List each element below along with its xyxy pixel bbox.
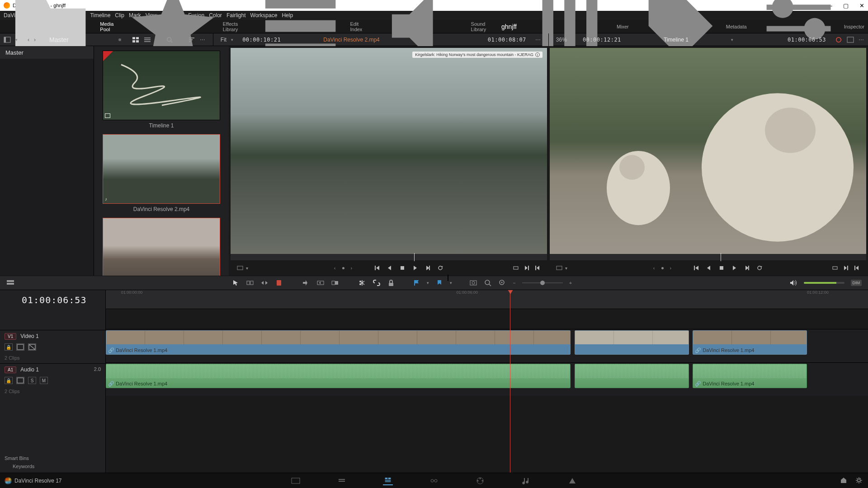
chevron-down-icon[interactable]: ▾ [571, 38, 574, 42]
slider-knob[interactable] [540, 281, 545, 285]
play-icon[interactable] [412, 265, 418, 271]
nav-back-icon[interactable]: ‹ [28, 37, 29, 43]
list-view-icon[interactable] [144, 37, 151, 43]
bin-path[interactable]: Master [49, 36, 69, 43]
deliver-page-icon[interactable] [567, 476, 577, 485]
custom-zoom-icon[interactable] [498, 279, 506, 286]
timeline-ruler[interactable]: 01:00:00:00 01:00:06:00 01:00:12:00 [106, 290, 868, 309]
detail-zoom-icon[interactable] [484, 279, 492, 286]
dynamic-trim-icon[interactable] [260, 279, 269, 286]
smart-bins-label[interactable]: Smart Bins [5, 455, 90, 461]
cut-page-icon[interactable] [337, 476, 347, 485]
chevron-down-icon[interactable]: ▾ [231, 38, 233, 42]
lock-track-icon[interactable]: 🔒 [5, 377, 13, 384]
insert-clip-icon[interactable] [302, 279, 310, 286]
playhead-icon[interactable] [414, 253, 415, 261]
search-icon[interactable] [166, 37, 173, 43]
first-frame-icon[interactable] [693, 265, 699, 271]
dim-button[interactable]: DIM [851, 280, 862, 286]
sort-icon[interactable] [188, 37, 195, 43]
nav-fwd-icon[interactable]: › [34, 37, 36, 43]
chevron-down-icon[interactable]: ▾ [427, 281, 429, 285]
video-track-lane[interactable]: 🔗 DaVinci Resolve 1.mp4 🔗 DaVinci Resolv… [106, 329, 868, 362]
source-viewer[interactable]: Kirgelslark: Hiking Norway's most danger… [231, 48, 547, 254]
chevron-down-icon[interactable]: ▾ [15, 38, 18, 42]
link-icon[interactable] [373, 279, 381, 286]
thumbnail-view-icon[interactable] [132, 37, 139, 43]
mute-icon[interactable]: M [40, 377, 48, 384]
timeline-body[interactable]: 01:00:00:00 01:00:06:00 01:00:12:00 🔗 Da… [106, 290, 868, 473]
chevron-down-icon[interactable]: ▾ [450, 281, 452, 285]
home-icon[interactable] [840, 476, 847, 484]
jog-left-icon[interactable]: ‹ [334, 265, 336, 271]
pool-item-clip[interactable]: ♪ DaVinci Resolve 1.mp4 [103, 218, 220, 276]
overwrite-clip-icon[interactable] [316, 279, 325, 286]
zoom-out-icon[interactable]: − [513, 280, 515, 286]
auto-select-icon[interactable] [16, 343, 24, 351]
mark-in-out-icon[interactable] [832, 265, 838, 271]
fairlight-page-icon[interactable] [521, 476, 531, 485]
marker-icon[interactable] [435, 279, 443, 286]
color-page-icon[interactable] [475, 476, 485, 485]
audio-clip[interactable]: 🔗 DaVinci Resolve 1.mp4 [106, 364, 571, 388]
pool-item-clip[interactable]: ♪ DaVinci Resolve 2.mp4 [103, 134, 220, 212]
media-page-icon[interactable] [291, 476, 301, 485]
play-icon[interactable] [731, 265, 737, 271]
sidebar-toggle-icon[interactable] [4, 37, 11, 43]
source-scrubber[interactable] [231, 254, 547, 260]
audio-clip[interactable] [575, 364, 689, 388]
media-pool-panel[interactable]: Timeline 1 ♪ DaVinci Resolve 2.mp4 ♪ DaV… [94, 46, 229, 276]
options-icon[interactable]: ⋯ [859, 37, 864, 43]
single-viewer-icon[interactable] [847, 37, 854, 43]
zoom-in-icon[interactable]: + [569, 280, 572, 286]
timeline-playhead[interactable] [510, 290, 510, 473]
audio-track-header[interactable]: A1 Audio 1 2.0 🔒 S M 2 Clips [0, 363, 105, 397]
mark-in-icon[interactable] [524, 265, 530, 271]
next-frame-icon[interactable] [744, 265, 750, 271]
fusion-page-icon[interactable] [429, 476, 439, 485]
volume-slider[interactable] [804, 282, 844, 284]
audio-track-lane[interactable]: 🔗 DaVinci Resolve 1.mp4 🔗 DaVinci Resolv… [106, 362, 868, 396]
zoom-dropdown[interactable]: 36% [556, 37, 567, 43]
timeline-view-options-icon[interactable] [6, 279, 14, 286]
mark-in-out-icon[interactable] [513, 265, 519, 271]
settings-icon[interactable] [855, 476, 863, 484]
zoom-to-fit-icon[interactable] [469, 279, 477, 286]
solo-icon[interactable]: S [28, 377, 36, 384]
chevron-down-icon[interactable]: ▾ [731, 38, 733, 42]
first-frame-icon[interactable] [374, 265, 380, 271]
chevron-down-icon[interactable]: ▾ [156, 38, 158, 42]
timeline-name[interactable]: Timeline 1 [664, 37, 689, 43]
blade-tool-icon[interactable] [275, 279, 283, 286]
video-clip[interactable]: 🔗 DaVinci Resolve 1.mp4 [106, 330, 571, 355]
stop-icon[interactable] [718, 265, 725, 271]
blade-icon[interactable] [358, 279, 366, 286]
pool-item-timeline[interactable]: Timeline 1 [103, 51, 220, 129]
prev-frame-icon[interactable] [706, 265, 712, 271]
timeline-timecode[interactable]: 01:00:06:53 [0, 290, 105, 310]
lock-track-icon[interactable]: 🔒 [5, 343, 13, 351]
track-id[interactable]: V1 [5, 333, 16, 340]
match-frame-icon[interactable] [556, 265, 562, 271]
record-timecode[interactable]: 01:00:06:53 [788, 37, 826, 43]
source-clip-name[interactable]: DaVinci Resolve 2.mp4 [323, 37, 380, 43]
lock-icon[interactable] [387, 279, 395, 286]
next-frame-icon[interactable] [425, 265, 431, 271]
edit-page-icon[interactable] [383, 476, 393, 485]
loop-icon[interactable] [437, 265, 443, 271]
trim-tool-icon[interactable] [246, 279, 254, 286]
video-clip[interactable] [575, 330, 689, 355]
options-icon[interactable]: ⋯ [200, 37, 206, 43]
mark-in-icon[interactable] [843, 265, 849, 271]
stop-icon[interactable] [399, 265, 406, 271]
video-track-header[interactable]: V1 Video 1 🔒 2 Clips [0, 330, 105, 363]
disable-track-icon[interactable] [28, 343, 36, 351]
flag-icon[interactable] [412, 279, 420, 286]
auto-select-icon[interactable] [16, 377, 24, 384]
mark-out-icon[interactable] [854, 265, 860, 271]
program-scrubber[interactable] [550, 254, 866, 260]
mark-out-icon[interactable] [534, 265, 541, 271]
arrow-tool-icon[interactable] [231, 279, 240, 286]
options-icon[interactable]: ⋯ [535, 37, 541, 43]
track-id[interactable]: A1 [5, 366, 16, 373]
